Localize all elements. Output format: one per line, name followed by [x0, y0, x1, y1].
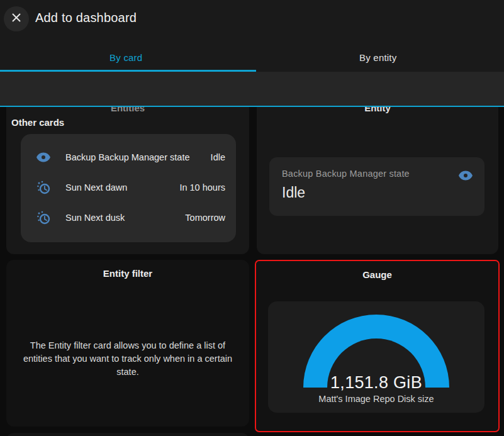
section-heading: Other cards — [11, 117, 64, 128]
next-card-partial[interactable] — [6, 433, 249, 436]
entity-preview-panel: Backup Backup Manager state Idle — [269, 157, 484, 216]
entity-state: In 10 hours — [179, 182, 225, 193]
eye-icon — [458, 168, 473, 183]
entity-row: Sun Next dawn In 10 hours — [21, 172, 236, 203]
eye-icon — [36, 150, 51, 165]
card-option-title: Entity filter — [6, 268, 249, 279]
gauge-entity-label: Matt's Image Repo Disk size — [268, 394, 484, 404]
card-option-title: Entities — [6, 107, 249, 113]
entity-state: Idle — [211, 152, 225, 162]
entity-name: Backup Backup Manager state — [65, 152, 211, 162]
card-option-title: Gauge — [256, 269, 498, 280]
card-picker-scroll-area[interactable]: Entities Backup Backup Manager state Idl… — [0, 107, 504, 436]
close-button[interactable] — [4, 6, 29, 31]
dialog-title: Add to dashboard — [35, 11, 137, 25]
tab-by-card[interactable]: By card — [0, 49, 252, 70]
entity-row: Backup Backup Manager state Idle — [21, 142, 236, 172]
card-option-entities[interactable]: Entities Backup Backup Manager state Idl… — [6, 107, 249, 254]
tab-by-entity[interactable]: By entity — [252, 49, 504, 70]
sun-clock-icon — [36, 210, 51, 225]
card-description: The Entity filter card allows you to def… — [20, 339, 236, 379]
close-icon — [11, 12, 22, 26]
dialog-header: Add to dashboard By card By entity — [0, 0, 504, 72]
tab-bar: By card By entity — [0, 49, 504, 70]
card-option-entity-filter[interactable]: Entity filter The Entity filter card all… — [6, 260, 249, 427]
card-option-title: Entity — [257, 107, 498, 113]
card-option-gauge-selected[interactable]: Gauge 1,151.8 GiB Matt's Image Repo Disk… — [255, 260, 500, 432]
entity-name: Sun Next dusk — [65, 213, 185, 223]
entity-state: Idle — [282, 184, 472, 201]
gauge-value: 1,151.8 GiB — [268, 373, 484, 393]
entities-preview-panel: Backup Backup Manager state Idle Sun Nex… — [21, 134, 236, 242]
entity-row: Sun Next dusk Tomorrow — [21, 203, 236, 233]
entity-name: Sun Next dawn — [65, 182, 179, 193]
card-option-entity[interactable]: Entity Backup Backup Manager state Idle — [257, 107, 498, 254]
entity-name: Backup Backup Manager state — [282, 169, 472, 179]
search-bar[interactable]: Search cards — [0, 72, 504, 107]
gauge-preview-panel: 1,151.8 GiB Matt's Image Repo Disk size — [268, 301, 484, 413]
add-to-dashboard-dialog: Add to dashboard By card By entity Searc… — [0, 0, 504, 436]
entity-state: Tomorrow — [185, 213, 225, 223]
sun-clock-icon — [36, 180, 51, 195]
